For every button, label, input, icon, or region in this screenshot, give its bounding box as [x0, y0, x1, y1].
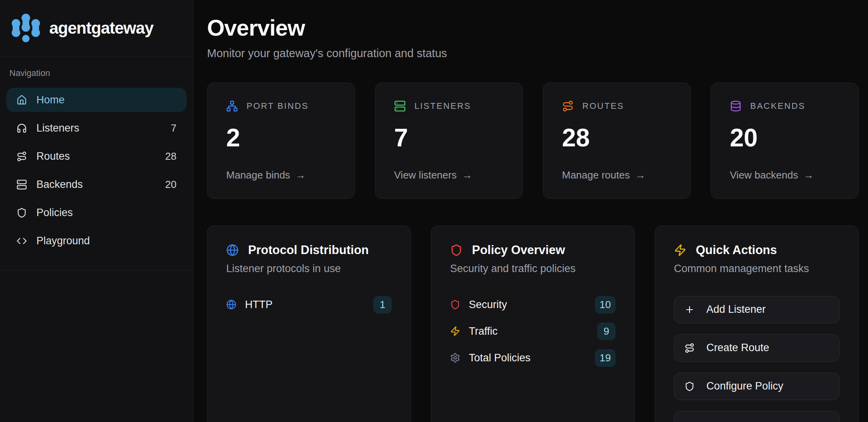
stat-label: ROUTES — [582, 101, 624, 111]
sidebar-item-listeners[interactable]: Listeners 7 — [6, 116, 187, 140]
agentgateway-logo-icon — [11, 13, 41, 44]
panel-title: Quick Actions — [696, 243, 777, 257]
gear-icon — [450, 353, 460, 363]
arrow-right-icon: → — [803, 169, 814, 181]
policy-label: Traffic — [469, 325, 498, 337]
count-badge: 1 — [373, 296, 392, 314]
policy-label: Total Policies — [469, 352, 531, 364]
sidebar-item-backends[interactable]: Backends 20 — [6, 172, 187, 197]
policy-label: Security — [469, 299, 507, 311]
sidebar-item-count: 28 — [165, 150, 176, 162]
arrow-right-icon: → — [635, 169, 645, 181]
stat-link-label: View backends — [730, 169, 798, 181]
stat-card-port-binds: PORT BINDS 2 Manage binds → — [207, 83, 355, 199]
sidebar-item-count: 7 — [171, 122, 176, 134]
zap-icon — [450, 326, 460, 336]
stat-label: BACKENDS — [750, 101, 805, 111]
sidebar: agentgateway Navigation Home Listeners 7… — [0, 0, 193, 422]
panel-subtitle: Security and traffic policies — [450, 263, 616, 275]
sidebar-item-home[interactable]: Home — [6, 88, 187, 112]
sidebar-item-routes[interactable]: Routes 28 — [6, 144, 187, 168]
panels-grid: Protocol Distribution Listener protocols… — [207, 225, 859, 422]
stat-value: 2 — [226, 125, 336, 150]
stat-link-label: View listeners — [394, 169, 457, 181]
database-icon — [730, 100, 742, 112]
shield-icon — [450, 299, 460, 310]
arrow-right-icon: → — [295, 169, 306, 181]
plus-icon — [684, 305, 695, 315]
sidebar-item-count: 20 — [165, 179, 176, 191]
shield-icon — [16, 207, 27, 218]
server-icon — [394, 100, 406, 112]
stat-card-listeners: LISTENERS 7 View listeners → — [375, 83, 523, 199]
shield-icon — [684, 381, 695, 391]
view-backends-link[interactable]: View backends → — [730, 169, 839, 181]
panel-subtitle: Common management tasks — [674, 263, 839, 275]
panel-subtitle: Listener protocols in use — [226, 263, 392, 275]
zap-icon — [674, 244, 686, 256]
manage-routes-link[interactable]: Manage routes → — [562, 169, 672, 181]
stat-label: LISTENERS — [414, 101, 471, 111]
create-route-button[interactable]: Create Route — [674, 334, 839, 362]
globe-icon — [226, 299, 236, 310]
configure-policy-button[interactable]: Configure Policy — [674, 373, 839, 400]
page-subtitle: Monitor your gateway's configuration and… — [207, 47, 859, 60]
action-button-label: Configure Policy — [706, 380, 783, 392]
headphones-icon — [16, 123, 27, 133]
protocol-row-http: HTTP 1 — [226, 296, 392, 314]
count-badge: 19 — [595, 349, 616, 367]
route-icon — [16, 151, 27, 162]
panel-title: Protocol Distribution — [248, 243, 369, 257]
policy-row-security: Security 10 — [450, 296, 616, 314]
page-title: Overview — [207, 14, 859, 41]
brand[interactable]: agentgateway — [0, 0, 193, 56]
stat-card-routes: ROUTES 28 Manage routes → — [543, 83, 691, 199]
protocol-distribution-panel: Protocol Distribution Listener protocols… — [207, 225, 411, 422]
arrow-right-icon: → — [462, 169, 472, 181]
shield-icon — [450, 244, 463, 256]
sidebar-item-label: Policies — [36, 207, 73, 219]
sidebar-item-label: Playground — [36, 235, 90, 247]
stat-label: PORT BINDS — [247, 101, 309, 111]
house-icon — [16, 95, 27, 105]
main-content: Overview Monitor your gateway's configur… — [194, 0, 868, 422]
sidebar-item-label: Listeners — [36, 122, 79, 134]
stat-value: 20 — [730, 125, 839, 150]
sidebar-nav: Navigation Home Listeners 7 Routes 28 Ba… — [0, 56, 193, 271]
action-button-label: Create Route — [706, 342, 769, 354]
network-icon — [226, 100, 238, 112]
stats-grid: PORT BINDS 2 Manage binds → LISTENERS 7 … — [207, 83, 859, 199]
sidebar-item-label: Home — [36, 94, 65, 106]
sidebar-item-label: Backends — [36, 179, 83, 191]
panel-title: Policy Overview — [472, 243, 565, 257]
stat-value: 28 — [562, 125, 672, 150]
protocol-label: HTTP — [245, 299, 273, 311]
stat-card-backends: BACKENDS 20 View backends → — [711, 83, 859, 199]
route-icon — [684, 343, 695, 353]
sidebar-item-playground[interactable]: Playground — [6, 229, 187, 253]
stat-link-label: Manage routes — [562, 169, 630, 181]
count-badge: 9 — [597, 323, 616, 340]
stat-value: 7 — [394, 125, 504, 150]
code-icon — [16, 236, 27, 246]
globe-icon — [226, 244, 239, 256]
nav-section-label: Navigation — [9, 68, 187, 78]
server-icon — [16, 179, 27, 190]
sidebar-item-policies[interactable]: Policies — [6, 200, 187, 225]
manage-binds-link[interactable]: Manage binds → — [226, 169, 336, 181]
route-icon — [562, 100, 574, 112]
view-listeners-link[interactable]: View listeners → — [394, 169, 504, 181]
brand-name: agentgateway — [49, 19, 153, 38]
sidebar-item-label: Routes — [36, 150, 70, 162]
policy-row-traffic: Traffic 9 — [450, 323, 616, 340]
action-button-label: Add Listener — [706, 303, 766, 316]
count-badge: 10 — [595, 296, 616, 314]
stat-link-label: Manage binds — [226, 169, 290, 181]
policy-overview-panel: Policy Overview Security and traffic pol… — [431, 225, 635, 422]
add-listener-button[interactable]: Add Listener — [674, 296, 839, 323]
policy-row-total: Total Policies 19 — [450, 349, 616, 367]
quick-actions-panel: Quick Actions Common management tasks Ad… — [655, 225, 859, 422]
quick-action-button-partial[interactable] — [674, 411, 839, 422]
